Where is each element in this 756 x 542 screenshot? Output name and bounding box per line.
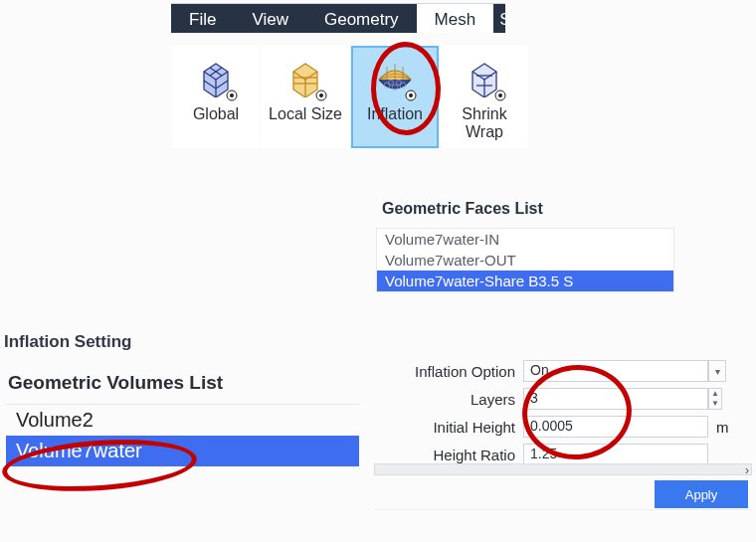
divider (374, 509, 752, 510)
svg-point-13 (319, 93, 323, 97)
ribbon-global[interactable]: Global (172, 46, 260, 148)
ribbon: Global Local Size (172, 36, 528, 148)
face-item[interactable]: Volume7water-IN (377, 229, 673, 250)
height-ratio-input[interactable]: 1.25 (523, 444, 708, 465)
inflation-setting-title: Inflation Setting (2, 328, 365, 368)
volume-item[interactable]: Volume2 (6, 405, 359, 436)
menu-bar: File View Geometry Mesh S (171, 3, 505, 33)
svg-point-23 (409, 93, 413, 97)
shrink-wrap-icon (445, 54, 524, 101)
menu-mesh[interactable]: Mesh (417, 4, 494, 33)
initial-height-label: Initial Height (376, 419, 523, 436)
chevron-down-icon[interactable]: ▾ (708, 360, 726, 382)
ribbon-inflation[interactable]: Inflation (351, 46, 439, 148)
horizontal-scrollbar[interactable]: › (374, 463, 752, 475)
chevron-right-icon[interactable]: › (745, 463, 749, 477)
inflation-option-select[interactable]: On (523, 360, 708, 382)
menu-cutoff[interactable]: S (493, 4, 505, 33)
ribbon-global-label: Global (176, 105, 256, 123)
geometric-volumes-list[interactable]: Volume2 Volume7water (6, 404, 359, 466)
initial-height-input[interactable]: 0.0005 (523, 416, 708, 438)
height-ratio-label: Height Ratio (376, 447, 523, 463)
local-size-icon (266, 54, 345, 101)
ribbon-inflation-label: Inflation (355, 105, 435, 123)
geometric-volumes-heading: Geometric Volumes List (2, 368, 365, 404)
inflation-icon (355, 54, 435, 101)
geometric-faces-list[interactable]: Volume7water-IN Volume7water-OUT Volume7… (376, 228, 674, 292)
ribbon-shrink-wrap-label: Shrink Wrap (445, 105, 524, 142)
geometric-faces-panel: Geometric Faces List Volume7water-IN Vol… (376, 194, 752, 292)
svg-point-29 (498, 93, 502, 97)
global-mesh-icon (176, 54, 256, 101)
face-item[interactable]: Volume7water-OUT (377, 250, 673, 271)
inflation-params: Inflation Option On ▾ Layers 3 ▲▼ Initia… (376, 360, 754, 471)
menu-view[interactable]: View (234, 4, 306, 33)
menu-geometry[interactable]: Geometry (306, 4, 417, 33)
inflation-setting-panel: Inflation Setting Geometric Volumes List… (2, 328, 365, 466)
inflation-option-label: Inflation Option (376, 363, 523, 380)
geometric-faces-heading: Geometric Faces List (376, 194, 752, 228)
ribbon-local-size-label: Local Size (266, 105, 345, 123)
layers-input[interactable]: 3 (523, 388, 708, 410)
face-item-selected[interactable]: Volume7water-Share B3.5 S (377, 271, 673, 291)
layers-stepper[interactable]: ▲▼ (708, 388, 722, 410)
ribbon-shrink-wrap[interactable]: Shrink Wrap (441, 46, 528, 148)
volume-item-selected[interactable]: Volume7water (6, 436, 359, 466)
layers-label: Layers (376, 391, 523, 408)
ribbon-local-size[interactable]: Local Size (262, 46, 349, 148)
menu-file[interactable]: File (171, 4, 234, 33)
apply-button[interactable]: Apply (655, 480, 748, 508)
initial-height-unit: m (708, 419, 729, 436)
svg-point-7 (230, 93, 234, 97)
